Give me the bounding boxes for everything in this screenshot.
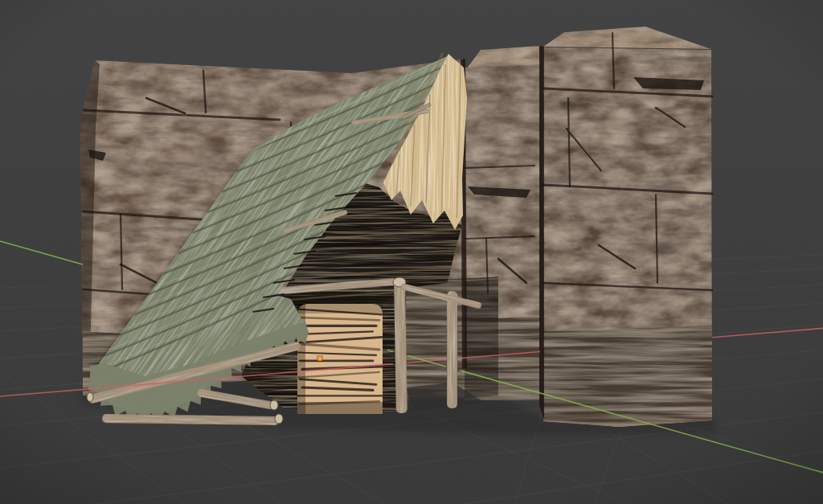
wall-base-striated-right (543, 326, 712, 427)
log-end-cap-2 (275, 414, 283, 424)
door[interactable] (297, 304, 383, 414)
right-support-pole[interactable] (447, 291, 457, 408)
viewport-3d[interactable] (0, 0, 823, 504)
door-inner-shadow-top (297, 304, 383, 313)
door-inner-shadow-bottom (297, 402, 383, 414)
log-end-cap-1 (87, 393, 93, 402)
wall-seam-2 (539, 46, 544, 420)
origin-marker (317, 356, 322, 361)
log-end-cap-3 (270, 400, 278, 410)
left-support-pole[interactable] (394, 281, 407, 413)
